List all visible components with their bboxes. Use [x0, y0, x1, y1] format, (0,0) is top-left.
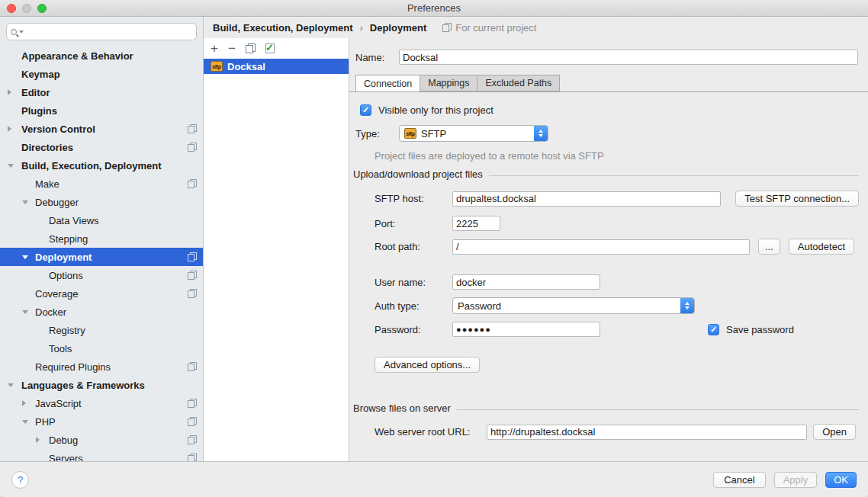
sidebar-item-label: Build, Execution, Deployment [21, 160, 161, 172]
chevron-down-icon[interactable] [22, 255, 28, 259]
sidebar-item-servers[interactable]: Servers [0, 449, 203, 461]
sftp-icon: sftp [404, 128, 416, 139]
sidebar-item-registry[interactable]: Registry [0, 321, 203, 339]
sidebar-item-label: Registry [49, 325, 85, 336]
sidebar-item-label: Make [35, 178, 59, 190]
save-password-checkbox[interactable]: ✓ [708, 324, 719, 335]
breadcrumb-item-deployment[interactable]: Deployment [370, 22, 426, 34]
settings-search-input[interactable] [6, 23, 197, 40]
breadcrumb-separator: › [358, 22, 364, 34]
search-icon [11, 29, 17, 35]
help-button[interactable]: ? [11, 471, 29, 489]
password-label: Password: [375, 324, 452, 335]
browse-root-path-button[interactable]: ... [758, 239, 780, 255]
sidebar-item-tools[interactable]: Tools [0, 339, 203, 358]
sftp-host-input[interactable] [452, 191, 721, 207]
user-name-input[interactable] [452, 274, 600, 290]
chevron-right-icon[interactable] [8, 126, 11, 132]
sidebar-item-required-plugins[interactable]: Required Plugins [0, 358, 203, 376]
server-list-panel: +−✓ sftpDocksal [204, 38, 349, 461]
settings-tree: Appearance & BehaviorKeymapEditorPlugins… [0, 46, 203, 461]
chevron-right-icon[interactable] [36, 437, 40, 443]
add-server-button[interactable]: + [211, 42, 218, 55]
port-input[interactable] [452, 216, 500, 231]
sidebar-item-build-execution-deployment[interactable]: Build, Execution, Deployment [0, 156, 203, 175]
use-as-default-button[interactable]: ✓ [265, 43, 275, 53]
tab-excluded-paths[interactable]: Excluded Paths [477, 75, 560, 91]
autodetect-button[interactable]: Autodetect [789, 239, 854, 255]
deployment-form: Name: ConnectionMappingsExcluded Paths ✓… [349, 38, 868, 461]
type-select[interactable]: sftp SFTP [399, 125, 548, 142]
sidebar-item-label: Directories [21, 142, 73, 153]
password-input[interactable] [452, 322, 600, 337]
settings-sidebar: Appearance & BehaviorKeymapEditorPlugins… [0, 17, 204, 461]
minimize-window-button[interactable] [22, 4, 31, 13]
dialog-footer: ? Cancel Apply OK [0, 461, 868, 497]
browse-section-header: Browse files on server [353, 402, 859, 414]
breadcrumb-item-build-execution-deployment[interactable]: Build, Execution, Deployment [213, 22, 352, 34]
sidebar-item-debug[interactable]: Debug [0, 431, 203, 449]
title-bar: Preferences [0, 0, 868, 17]
server-name: Docksal [227, 61, 265, 72]
visible-only-checkbox[interactable]: ✓ [360, 104, 371, 116]
chevron-down-icon[interactable] [8, 164, 14, 168]
type-description: Project files are deployed to a remote h… [375, 150, 604, 162]
sidebar-item-stepping[interactable]: Stepping [0, 229, 203, 248]
web-root-input[interactable] [487, 425, 807, 440]
chevron-right-icon[interactable] [22, 400, 26, 406]
open-url-button[interactable]: Open [813, 424, 856, 440]
sidebar-item-plugins[interactable]: Plugins [0, 101, 203, 120]
sidebar-item-deployment[interactable]: Deployment [0, 248, 203, 266]
root-path-input[interactable] [452, 239, 750, 255]
cancel-button[interactable]: Cancel [713, 472, 765, 488]
sidebar-item-options[interactable]: Options [0, 266, 203, 284]
section-divider [457, 409, 859, 410]
tab-connection[interactable]: Connection [355, 75, 420, 92]
sidebar-item-appearance-behavior[interactable]: Appearance & Behavior [0, 46, 203, 65]
for-current-project-icon [188, 124, 197, 133]
sidebar-item-editor[interactable]: Editor [0, 83, 203, 101]
remove-server-button[interactable]: − [228, 42, 236, 55]
name-input[interactable] [399, 50, 858, 65]
sidebar-item-javascript[interactable]: JavaScript [0, 394, 203, 412]
sidebar-item-version-control[interactable]: Version Control [0, 120, 203, 138]
sidebar-item-debugger[interactable]: Debugger [0, 193, 203, 211]
for-current-project-icon [442, 23, 452, 32]
chevron-down-icon[interactable] [8, 383, 14, 387]
for-current-project-icon [188, 179, 197, 188]
root-path-label: Root path: [375, 241, 452, 252]
chevron-down-icon[interactable] [22, 310, 28, 314]
zoom-window-button[interactable] [37, 4, 47, 13]
sidebar-item-label: Coverage [35, 288, 78, 300]
sidebar-item-directories[interactable]: Directories [0, 138, 203, 156]
copy-server-button[interactable] [246, 43, 256, 53]
apply-button[interactable]: Apply [774, 472, 818, 488]
auth-type-select[interactable]: Password [452, 297, 695, 314]
chevron-right-icon[interactable] [8, 89, 11, 95]
search-options-caret-icon[interactable] [19, 30, 24, 34]
sidebar-item-label: Languages & Frameworks [21, 380, 145, 391]
for-current-project-icon [188, 362, 197, 371]
for-current-project-icon [188, 143, 197, 152]
chevron-down-icon[interactable] [22, 420, 28, 424]
chevron-down-icon[interactable] [22, 200, 28, 204]
close-window-button[interactable] [7, 4, 16, 13]
sidebar-item-label: Editor [21, 87, 50, 98]
type-value: SFTP [421, 128, 446, 139]
sidebar-item-docker[interactable]: Docker [0, 303, 203, 321]
test-sftp-connection-button[interactable]: Test SFTP connection... [735, 191, 859, 207]
for-current-project-icon [188, 435, 197, 444]
sidebar-item-make[interactable]: Make [0, 175, 203, 193]
sidebar-item-languages-frameworks[interactable]: Languages & Frameworks [0, 376, 203, 394]
server-item-docksal[interactable]: sftpDocksal [204, 59, 349, 74]
sidebar-item-data-views[interactable]: Data Views [0, 211, 203, 229]
sidebar-item-keymap[interactable]: Keymap [0, 65, 203, 83]
scope-label: For current project [455, 22, 536, 34]
advanced-options-button[interactable]: Advanced options... [375, 357, 480, 373]
sidebar-item-php[interactable]: PHP [0, 412, 203, 431]
window-title: Preferences [407, 2, 461, 14]
tab-mappings[interactable]: Mappings [420, 75, 477, 91]
sidebar-item-label: Keymap [21, 69, 60, 80]
sidebar-item-coverage[interactable]: Coverage [0, 284, 203, 303]
ok-button[interactable]: OK [825, 472, 857, 488]
